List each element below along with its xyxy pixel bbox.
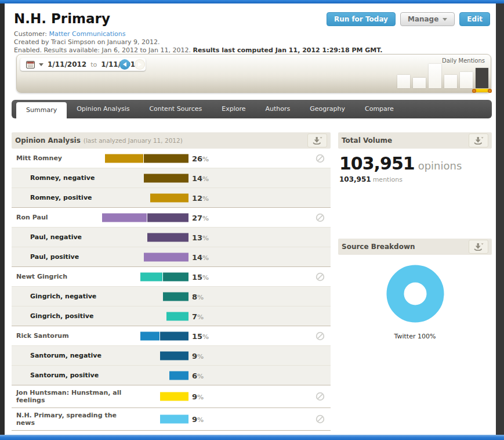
opinion-row-label: N.H. Primary, spreading the news bbox=[12, 412, 130, 427]
tab-bar: SummaryOpinion AnalysisContent SourcesEx… bbox=[12, 100, 492, 118]
opinion-percent-value: 26 bbox=[192, 154, 202, 163]
opinion-percent-value: 7 bbox=[192, 312, 197, 320]
opinion-bar bbox=[147, 233, 189, 241]
opinion-row-label: Santorum, negative bbox=[12, 352, 130, 359]
opinion-bar-segment bbox=[140, 331, 159, 340]
manage-button[interactable]: Manage bbox=[400, 12, 455, 26]
opinion-bar bbox=[144, 174, 188, 182]
exclude-icon[interactable] bbox=[316, 272, 325, 282]
percent-sign: % bbox=[202, 155, 209, 163]
percent-sign: % bbox=[197, 394, 204, 401]
window-edge-left bbox=[0, 0, 5, 440]
tab-explore[interactable]: Explore bbox=[212, 100, 255, 118]
opinion-percent-value: 9 bbox=[192, 415, 197, 424]
arrow-left-icon bbox=[123, 62, 126, 67]
download-button[interactable] bbox=[307, 134, 327, 147]
source-breakdown-body: Twitter 100% bbox=[338, 255, 492, 340]
next-day-button[interactable] bbox=[135, 59, 145, 70]
opinion-bar-segment bbox=[163, 292, 188, 301]
opinion-row-label: Paul, positive bbox=[12, 253, 130, 261]
opinion-bar-segment bbox=[144, 253, 188, 261]
opinion-bar bbox=[160, 415, 189, 424]
opinion-row-paul-negative: Paul, negative13% bbox=[12, 227, 331, 247]
percent-sign: % bbox=[197, 313, 204, 320]
total-volume-header: Total Volume bbox=[338, 132, 492, 149]
daily-mentions-bar[interactable] bbox=[444, 75, 457, 88]
download-icon bbox=[473, 136, 484, 145]
mentions-count: 103,951 bbox=[339, 175, 371, 183]
tab-opinion-analysis[interactable]: Opinion Analysis bbox=[67, 100, 139, 118]
opinion-bar bbox=[140, 272, 189, 281]
opinion-bar bbox=[166, 312, 189, 320]
opinion-row-mitt-romney: Mitt Romney26% bbox=[12, 149, 331, 168]
exclude-icon[interactable] bbox=[316, 213, 325, 222]
percent-sign: % bbox=[202, 175, 209, 182]
tab-authors[interactable]: Authors bbox=[255, 100, 300, 118]
opinion-row-label: Newt Gingrich bbox=[12, 273, 130, 280]
opinion-row-romney-positive: Romney, positive12% bbox=[12, 187, 331, 207]
percent-sign: % bbox=[202, 333, 209, 340]
date-range-to-label: to bbox=[90, 61, 97, 68]
opinion-bar-segment bbox=[160, 392, 189, 401]
opinion-percent: 14% bbox=[192, 174, 209, 182]
opinion-bar-segment bbox=[150, 193, 188, 202]
opinion-row-romney-negative: Romney, negative14% bbox=[12, 168, 331, 187]
exclude-icon[interactable] bbox=[316, 154, 325, 163]
exclude-icon[interactable] bbox=[316, 414, 325, 424]
daily-mentions-bar[interactable] bbox=[429, 64, 441, 88]
customer-link[interactable]: Matter Communications bbox=[49, 30, 125, 38]
tab-content-sources[interactable]: Content Sources bbox=[139, 100, 212, 118]
tab-geography[interactable]: Geography bbox=[300, 100, 355, 118]
percent-sign: % bbox=[197, 352, 204, 360]
right-column: Total Volume 103,951opinions bbox=[338, 132, 492, 340]
opinion-percent: 9% bbox=[192, 415, 204, 424]
opinions-count: 103,951 bbox=[339, 153, 415, 174]
source-breakdown-header: Source Breakdown bbox=[338, 239, 492, 255]
window-edge-bottom bbox=[0, 435, 504, 440]
chevron-down-icon bbox=[443, 18, 447, 21]
daily-mentions-bar[interactable] bbox=[413, 78, 426, 88]
download-button[interactable] bbox=[469, 240, 488, 254]
exclude-icon[interactable] bbox=[316, 392, 325, 401]
opinion-panel-title: Opinion Analysis bbox=[15, 136, 81, 145]
tab-summary[interactable]: Summary bbox=[16, 102, 67, 118]
opinion-bar bbox=[105, 154, 188, 163]
opinion-row-jon-huntsman-hunstman-all-feelings: Jon Huntsman: Hunstman, all feelings9% bbox=[12, 385, 331, 407]
opinion-percent-value: 13 bbox=[192, 233, 202, 241]
calendar-icon bbox=[26, 61, 35, 68]
opinion-bar-segment bbox=[140, 272, 163, 281]
opinion-bar-segment bbox=[160, 351, 189, 360]
run-for-today-button[interactable]: Run for Today bbox=[327, 12, 396, 26]
opinion-bar-segment bbox=[169, 371, 188, 380]
download-button[interactable] bbox=[469, 134, 488, 147]
created-line: Created by Traci Simpson on January 9, 2… bbox=[14, 38, 490, 46]
opinion-panel-subtitle: (last analyzed January 11, 2012) bbox=[84, 137, 183, 144]
opinion-row-n-h-primary-spreading-the-news: N.H. Primary, spreading the news9% bbox=[12, 407, 331, 430]
date-range-start: 1/11/2012 bbox=[48, 60, 86, 68]
selected-day-dot bbox=[488, 89, 492, 93]
main-content: Opinion Analysis (last analyzed January … bbox=[12, 132, 492, 428]
percent-sign: % bbox=[202, 234, 209, 241]
daily-mentions-bar[interactable] bbox=[397, 75, 410, 88]
exclude-icon[interactable] bbox=[316, 331, 325, 341]
daily-mentions-bar[interactable] bbox=[460, 72, 473, 88]
opinion-bar bbox=[160, 351, 189, 360]
computed-line: Results last computed Jan 11, 2012 1:29:… bbox=[193, 46, 382, 54]
opinion-percent-value: 8 bbox=[192, 292, 197, 301]
opinion-row-label: Santorum, positive bbox=[12, 372, 130, 379]
opinion-percent: 7% bbox=[192, 312, 204, 320]
opinion-bar-segment bbox=[102, 213, 147, 222]
percent-sign: % bbox=[202, 194, 209, 202]
opinion-rows: Mitt Romney26%Romney, negative14%Romney,… bbox=[12, 149, 331, 431]
prev-day-button[interactable] bbox=[119, 59, 130, 70]
edit-button[interactable]: Edit bbox=[459, 12, 490, 26]
tab-compare[interactable]: Compare bbox=[355, 100, 404, 118]
opinion-percent-value: 9 bbox=[192, 351, 197, 360]
page-header: N.H. Primary Customer: Matter Communicat… bbox=[5, 3, 496, 55]
opinion-panel-header: Opinion Analysis (last analyzed January … bbox=[12, 132, 331, 149]
opinion-percent: 9% bbox=[192, 392, 204, 401]
opinion-percent-value: 27 bbox=[192, 213, 202, 222]
opinion-percent: 15% bbox=[192, 272, 209, 281]
opinion-bar-segment bbox=[163, 272, 188, 281]
daily-mentions-bar[interactable] bbox=[476, 68, 488, 88]
